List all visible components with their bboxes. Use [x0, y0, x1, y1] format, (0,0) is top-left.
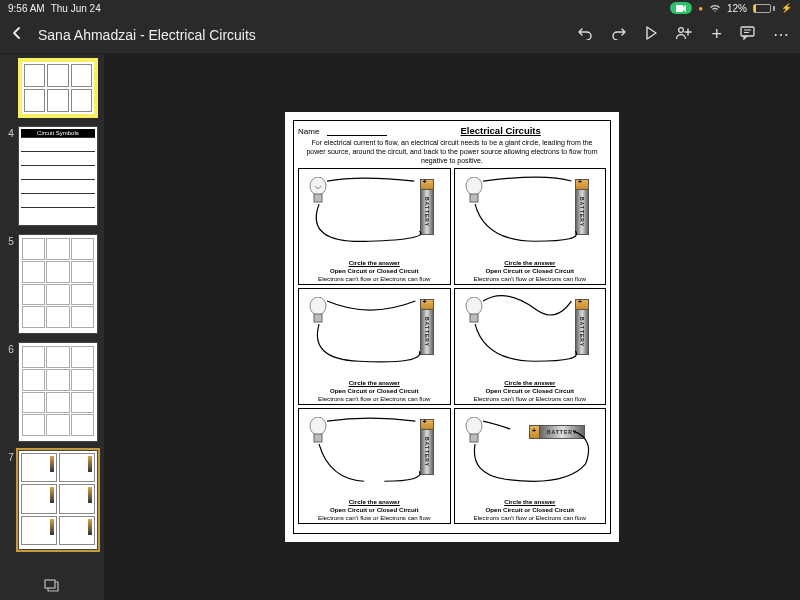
- svg-point-6: [466, 177, 482, 195]
- app-toolbar: Sana Ahmadzai - Electrical Circuits + ⋯: [0, 16, 800, 54]
- panel-5: BATTERY Circle the answerOpen Circuit or…: [298, 408, 451, 525]
- worksheet-title: Electrical Circuits: [395, 125, 606, 136]
- thumb-slide-5[interactable]: 5: [6, 234, 98, 334]
- panel-4: BATTERY Circle the answerOpen Circuit or…: [454, 288, 607, 405]
- svg-point-8: [310, 297, 326, 315]
- battery-icon: BATTERY: [420, 179, 434, 235]
- svg-rect-7: [470, 194, 478, 202]
- svg-rect-2: [741, 27, 754, 36]
- svg-point-12: [310, 417, 326, 435]
- thumb-slide-7[interactable]: 7: [6, 450, 98, 550]
- add-button[interactable]: +: [711, 24, 722, 45]
- share-button[interactable]: [675, 26, 693, 44]
- thumb-slide-6[interactable]: 6: [6, 342, 98, 442]
- facetime-indicator[interactable]: [670, 2, 692, 14]
- status-bar: 9:56 AM Thu Jun 24 ● 12% ⚡: [0, 0, 800, 16]
- panel-1: BATTERY Circle the answerOpen Circuit or…: [298, 168, 451, 285]
- back-button[interactable]: [10, 24, 24, 45]
- panel-2: BATTERY Circle the answerOpen Circuit or…: [454, 168, 607, 285]
- svg-point-4: [310, 177, 326, 195]
- svg-point-1: [679, 27, 684, 32]
- thumb-slide-4[interactable]: 4 Circuit Symbols —⊣⊢—battery ───wire —⊗…: [6, 126, 98, 226]
- name-label: Name: [298, 127, 319, 136]
- svg-rect-0: [676, 5, 683, 12]
- charging-icon: ⚡: [781, 3, 792, 13]
- undo-button[interactable]: [577, 26, 593, 44]
- panel-3: BATTERY Circle the answerOpen Circuit or…: [298, 288, 451, 405]
- worksheet-intro: For electrical current to flow, an elect…: [298, 138, 606, 165]
- worksheet-grid: BATTERY Circle the answerOpen Circuit or…: [298, 168, 606, 524]
- battery-icon: [753, 4, 775, 13]
- thumb-slide-3[interactable]: [6, 58, 98, 118]
- panel-6: BATTERY Circle the answerOpen Circuit or…: [454, 408, 607, 525]
- svg-rect-11: [470, 314, 478, 322]
- battery-percent: 12%: [727, 3, 747, 14]
- slide-canvas[interactable]: Name Electrical Circuits For electrical …: [104, 54, 800, 600]
- bulb-icon: [307, 177, 329, 209]
- svg-rect-13: [314, 434, 322, 442]
- grid-view-button[interactable]: [0, 579, 104, 596]
- document-title: Sana Ahmadzai - Electrical Circuits: [38, 27, 577, 43]
- svg-point-14: [466, 417, 482, 435]
- more-button[interactable]: ⋯: [773, 25, 790, 44]
- location-dot-icon: ●: [698, 4, 703, 13]
- svg-point-10: [466, 297, 482, 315]
- name-blank: [327, 135, 387, 136]
- svg-rect-15: [470, 434, 478, 442]
- comment-button[interactable]: [740, 26, 755, 44]
- svg-rect-5: [314, 194, 322, 202]
- worksheet-page: Name Electrical Circuits For electrical …: [285, 112, 619, 542]
- status-date: Thu Jun 24: [51, 3, 101, 14]
- slide-thumbnails-sidebar[interactable]: 4 Circuit Symbols —⊣⊢—battery ───wire —⊗…: [0, 54, 104, 600]
- present-button[interactable]: [645, 26, 657, 44]
- redo-button[interactable]: [611, 26, 627, 44]
- wifi-icon: [709, 4, 721, 13]
- svg-rect-9: [314, 314, 322, 322]
- battery-horizontal-icon: BATTERY: [529, 425, 585, 439]
- status-time: 9:56 AM: [8, 3, 45, 14]
- svg-rect-3: [45, 580, 55, 588]
